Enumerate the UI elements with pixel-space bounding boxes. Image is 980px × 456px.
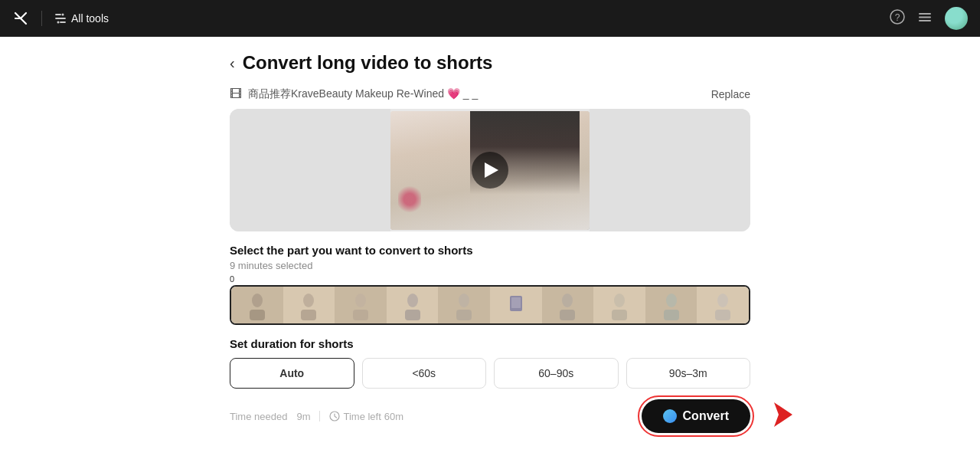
convert-button-dot-icon [663, 409, 677, 423]
help-icon[interactable]: ? [890, 9, 905, 28]
top-navigation: All tools ? [0, 0, 980, 37]
footer-right: Convert [642, 399, 750, 433]
page-title: Convert long video to shorts [243, 52, 493, 74]
select-section: Select the part you want to convert to s… [230, 244, 750, 325]
video-preview-container [230, 109, 750, 231]
timeline-frame [593, 287, 645, 323]
svg-point-25 [717, 294, 728, 307]
svg-rect-14 [405, 310, 420, 320]
main-content: ‹ Convert long video to shorts 🎞 商品推荐Kra… [0, 37, 980, 448]
all-tools-icon [54, 12, 67, 25]
timeline-frame [490, 287, 542, 323]
footer-meta: Time needed 9m Time left 60m [230, 411, 403, 422]
all-tools-label: All tools [71, 12, 109, 25]
svg-rect-24 [664, 310, 679, 320]
menu-icon[interactable] [917, 9, 933, 28]
timeline-frame [231, 287, 283, 323]
svg-rect-6 [919, 20, 931, 21]
svg-rect-4 [919, 13, 931, 15]
svg-rect-5 [919, 16, 931, 18]
file-info-left: 🎞 商品推荐KraveBeauty Makeup Re-Wined 💗 _ _ [230, 87, 478, 101]
timeline-frame [645, 287, 697, 323]
svg-point-21 [614, 294, 625, 307]
play-button[interactable] [472, 152, 508, 189]
svg-rect-18 [511, 297, 521, 308]
back-button[interactable]: ‹ [230, 54, 235, 72]
svg-rect-12 [353, 310, 368, 320]
svg-rect-8 [250, 310, 265, 320]
select-label: Select the part you want to convert to s… [230, 244, 750, 257]
timeline-frame [283, 287, 335, 323]
duration-label: Set duration for shorts [230, 337, 750, 350]
replace-button[interactable]: Replace [711, 88, 750, 100]
timeline-frame [438, 287, 490, 323]
red-arrow-indicator [759, 401, 792, 431]
timeline-frame [335, 287, 387, 323]
time-left-label: Time left [343, 411, 381, 422]
all-tools-nav[interactable]: All tools [54, 12, 109, 25]
svg-rect-20 [560, 310, 575, 320]
film-icon: 🎞 [230, 87, 242, 101]
clock-icon [329, 411, 340, 422]
file-info-row: 🎞 商品推荐KraveBeauty Makeup Re-Wined 💗 _ _ … [230, 87, 750, 101]
svg-rect-26 [715, 310, 730, 320]
timeline-scrubber-value: 0 [230, 274, 750, 284]
svg-point-23 [666, 294, 677, 307]
svg-point-0 [57, 21, 60, 24]
duration-60s-button[interactable]: <60s [362, 358, 487, 389]
page-title-row: ‹ Convert long video to shorts [230, 52, 750, 74]
convert-button[interactable]: Convert [642, 399, 750, 433]
time-left-value: 60m [384, 411, 403, 422]
video-thumbnail[interactable] [390, 111, 590, 230]
svg-point-1 [62, 14, 64, 16]
timeline-frame [387, 287, 439, 323]
nav-divider [41, 11, 42, 26]
topnav-right: ? [890, 7, 968, 30]
svg-point-13 [407, 294, 418, 307]
timeline-frame [542, 287, 594, 323]
minutes-selected: 9 minutes selected [230, 260, 750, 271]
file-name: 商品推荐KraveBeauty Makeup Re-Wined 💗 _ _ [248, 87, 478, 101]
svg-rect-16 [456, 310, 472, 320]
play-triangle-icon [485, 162, 498, 178]
convert-button-label: Convert [683, 409, 729, 423]
timeline-strip[interactable] [230, 285, 750, 325]
duration-options: Auto <60s 60–90s 90s–3m [230, 358, 750, 389]
footer-row: Time needed 9m Time left 60m Convert [230, 399, 750, 433]
logo-icon [12, 10, 29, 27]
svg-rect-10 [301, 310, 316, 320]
svg-rect-22 [612, 310, 627, 320]
user-avatar[interactable] [945, 7, 968, 30]
meta-divider [319, 411, 320, 422]
duration-section: Set duration for shorts Auto <60s 60–90s… [230, 337, 750, 389]
duration-60-90s-button[interactable]: 60–90s [494, 358, 619, 389]
duration-auto-button[interactable]: Auto [230, 358, 354, 389]
timeline-frame [697, 287, 749, 323]
logo[interactable] [12, 10, 29, 27]
svg-point-19 [562, 294, 573, 307]
time-left-wrapper: Time left 60m [329, 411, 403, 422]
svg-text:?: ? [895, 12, 900, 23]
timeline-wrapper: 0 [230, 274, 750, 325]
svg-point-11 [355, 294, 366, 307]
time-needed-label: Time needed [230, 411, 287, 422]
time-needed-value: 9m [296, 411, 310, 422]
duration-90s-3m-button[interactable]: 90s–3m [626, 358, 751, 389]
svg-point-15 [459, 294, 469, 307]
svg-point-7 [252, 294, 263, 307]
svg-point-9 [303, 294, 314, 307]
